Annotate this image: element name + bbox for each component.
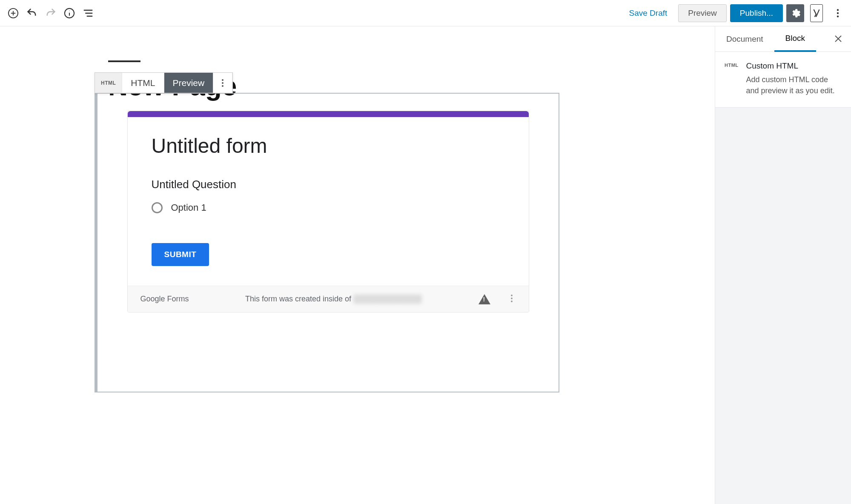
gform-option-label: Option 1 xyxy=(171,202,206,213)
settings-sidebar: Document Block HTML Custom HTML Add cust… xyxy=(715,26,851,504)
more-vertical-icon xyxy=(510,293,513,304)
svg-point-16 xyxy=(511,298,513,299)
gform-report-button[interactable] xyxy=(479,294,490,304)
outline-icon xyxy=(82,7,94,19)
preview-button[interactable]: Preview xyxy=(678,4,727,22)
svg-point-9 xyxy=(837,9,839,11)
svg-point-14 xyxy=(222,85,223,87)
svg-point-17 xyxy=(511,301,513,302)
sidebar-tabs: Document Block xyxy=(715,26,851,52)
editor-main: New Page HTML HTML Preview xyxy=(0,26,851,504)
svg-point-12 xyxy=(222,79,223,81)
block-tab-preview[interactable]: Preview xyxy=(164,73,214,93)
tab-document[interactable]: Document xyxy=(715,26,774,52)
editor-canvas[interactable]: New Page HTML HTML Preview xyxy=(0,26,715,504)
gform-question: Untitled Question xyxy=(152,178,505,191)
gform-more-button[interactable] xyxy=(507,293,516,305)
gform-title: Untitled form xyxy=(152,134,505,158)
sidebar-close-button[interactable] xyxy=(831,32,846,47)
more-vertical-icon xyxy=(832,8,843,19)
gform-brand[interactable]: Google Forms xyxy=(140,295,189,304)
block-toolbar: HTML HTML Preview xyxy=(95,72,233,93)
gform-submit-button[interactable]: SUBMIT xyxy=(152,243,209,266)
svg-point-13 xyxy=(222,82,223,84)
more-menu-button[interactable] xyxy=(829,4,847,22)
settings-toggle-button[interactable] xyxy=(786,4,804,22)
google-form: Untitled form Untitled Question Option 1… xyxy=(127,111,529,312)
block-more-button[interactable] xyxy=(213,73,232,93)
block-preview-area: Untitled form Untitled Question Option 1… xyxy=(97,94,559,392)
custom-html-block[interactable]: HTML HTML Preview Untitled form Untit xyxy=(95,93,559,392)
save-draft-button[interactable]: Save Draft xyxy=(622,4,675,22)
block-info-title: Custom HTML xyxy=(746,61,842,71)
gform-option-1[interactable]: Option 1 xyxy=(152,202,505,213)
block-info-desc: Add custom HTML code and preview it as y… xyxy=(746,74,842,96)
plus-circle-icon xyxy=(7,7,19,19)
warning-icon xyxy=(479,294,490,304)
gear-icon xyxy=(790,8,801,19)
block-info-panel: HTML Custom HTML Add custom HTML code an… xyxy=(715,52,851,108)
more-vertical-icon xyxy=(221,78,224,88)
redo-icon xyxy=(45,7,57,19)
block-type-icon[interactable]: HTML xyxy=(95,73,122,93)
yoast-button[interactable] xyxy=(808,4,825,22)
add-block-button[interactable] xyxy=(4,4,22,22)
undo-button[interactable] xyxy=(23,4,41,22)
gform-footer: Google Forms This form was created insid… xyxy=(128,286,529,312)
content-info-button[interactable] xyxy=(60,4,78,22)
block-tab-html[interactable]: HTML xyxy=(122,73,164,93)
radio-icon xyxy=(152,202,163,213)
info-icon xyxy=(63,7,75,19)
undo-icon xyxy=(26,7,38,19)
redo-button[interactable] xyxy=(42,4,60,22)
svg-point-15 xyxy=(511,295,513,296)
gform-accent-bar xyxy=(128,111,529,117)
tab-block[interactable]: Block xyxy=(774,27,816,52)
close-icon xyxy=(834,34,842,43)
svg-point-11 xyxy=(837,15,839,17)
gform-created-text: This form was created inside of ████████… xyxy=(206,295,461,304)
publish-button[interactable]: Publish... xyxy=(730,4,783,22)
editor-topbar: Save Draft Preview Publish... xyxy=(0,0,851,26)
block-navigation-button[interactable] xyxy=(79,4,97,22)
topbar-left xyxy=(4,4,97,22)
topbar-right: Save Draft Preview Publish... xyxy=(619,4,847,22)
block-info-icon: HTML xyxy=(725,61,739,96)
yoast-icon xyxy=(810,4,823,22)
title-dash xyxy=(108,60,140,62)
svg-point-10 xyxy=(837,12,839,14)
